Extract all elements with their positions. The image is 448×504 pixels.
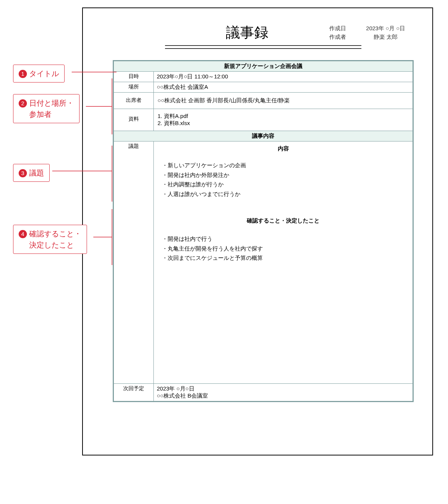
confirm-heading: 確認すること・決定したこと <box>157 210 410 232</box>
datetime-value: 2023年○月○日 11:00～12:00 <box>154 72 413 82</box>
meta-date-value: 2023年 ○月 ○日 <box>358 25 414 32</box>
annotation-2-num: 2 <box>19 99 27 108</box>
agenda-label: 議題 <box>113 141 154 384</box>
materials-label: 資料 <box>113 109 154 131</box>
agenda-item: ・社内調整は誰が行うか <box>162 180 410 189</box>
agenda-item: ・開発は社内か外部発注か <box>162 170 410 180</box>
annotation-4: 4確認すること・ 決定したこと <box>13 225 87 254</box>
confirm-item: ・丸亀主任が開発を行う人を社内で探す <box>162 244 410 253</box>
meta-author-label: 作成者 <box>329 34 349 41</box>
attendees-label: 出席者 <box>113 93 154 109</box>
confirm-items-list: ・開発は社内で行う ・丸亀主任が開発を行う人を社内で探す ・次回までにスケジュー… <box>157 232 410 274</box>
annotation-4-text2: 決定したこと <box>19 241 74 249</box>
creation-meta: 作成日 2023年 ○月 ○日 作成者 静楽 太郎 <box>329 25 414 42</box>
next-label: 次回予定 <box>113 384 154 402</box>
place-value: ○○株式会社 会議室A <box>154 82 413 93</box>
meta-author-value: 静楽 太郎 <box>358 34 414 41</box>
next-value: 2023年 ○月○日 ○○株式会社 B会議室 <box>154 384 413 402</box>
agenda-item: ・人選は誰がいつまでに行うか <box>162 189 410 199</box>
annotation-3-text: 議題 <box>29 169 44 177</box>
agenda-item: ・新しいアプリケーションの企画 <box>162 161 410 170</box>
place-label: 場所 <box>113 82 154 93</box>
datetime-label: 日時 <box>113 72 154 82</box>
minutes-table: 新規アプリケーション企画会議 日時 2023年○月○日 11:00～12:00 … <box>113 60 414 402</box>
annotation-3-num: 3 <box>19 169 27 177</box>
title-underline <box>165 45 361 49</box>
agenda-items-list: ・新しいアプリケーションの企画 ・開発は社内か外部発注か ・社内調整は誰が行うか… <box>157 158 410 210</box>
annotation-1: 1タイトル <box>13 65 65 83</box>
body-header: 議事内容 <box>113 131 413 141</box>
annotation-2: 2日付と場所・ 参加者 <box>13 94 80 123</box>
annotation-2-text2: 参加者 <box>19 110 52 118</box>
confirm-item: ・開発は社内で行う <box>162 234 410 244</box>
annotation-4-text1: 確認すること・ <box>29 230 81 238</box>
attendees-value: ○○株式会社 企画部 香川部長/山田係長/丸亀主任/静楽 <box>154 93 413 109</box>
annotation-4-num: 4 <box>19 230 27 238</box>
annotation-3: 3議題 <box>13 164 50 182</box>
annotation-1-num: 1 <box>19 70 27 78</box>
materials-value: 1. 資料A.pdf 2. 資料B.xlsx <box>154 109 413 131</box>
confirm-item: ・次回までにスケジュールと予算の概算 <box>162 253 410 263</box>
meta-date-label: 作成日 <box>329 25 349 32</box>
agenda-content: 内容 ・新しいアプリケーションの企画 ・開発は社内か外部発注か ・社内調整は誰が… <box>154 141 413 384</box>
annotation-1-text: タイトル <box>29 69 59 78</box>
content-heading: 内容 <box>157 143 410 158</box>
minutes-page: 議事録 作成日 2023年 ○月 ○日 作成者 静楽 太郎 新規アプリケーション… <box>82 7 433 455</box>
meeting-title-cell: 新規アプリケーション企画会議 <box>113 61 413 72</box>
annotation-2-text1: 日付と場所・ <box>29 99 74 107</box>
document-title: 議事録 <box>113 23 329 42</box>
